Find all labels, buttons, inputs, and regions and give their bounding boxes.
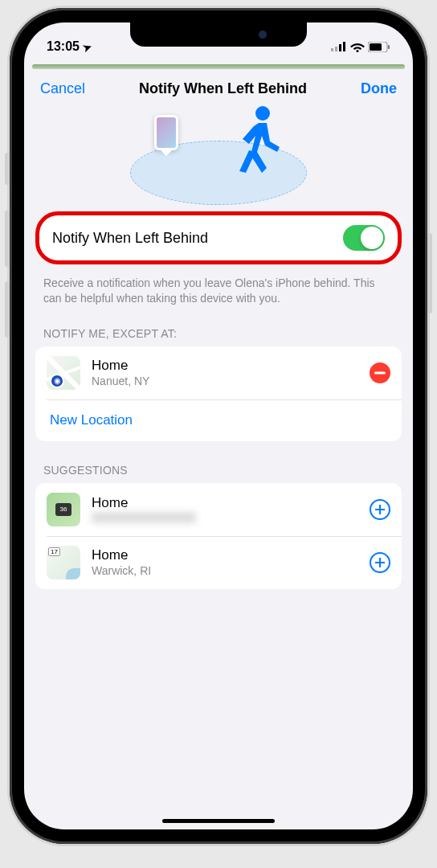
except-list: ◉ Home Nanuet, NY New Location [35, 346, 402, 441]
status-left: 13:05 ➤ [47, 39, 92, 54]
person-walking-icon [235, 105, 283, 178]
location-subtitle-redacted [92, 512, 196, 523]
svg-rect-0 [331, 48, 333, 51]
power-button [427, 233, 432, 313]
notify-toggle-row: Notify When Left Behind [35, 211, 402, 264]
phone-frame: 13:05 ➤ [10, 8, 427, 844]
suggestion-row[interactable]: 36 Home [35, 483, 402, 536]
notify-toggle[interactable] [343, 225, 385, 251]
notch [130, 23, 307, 47]
svg-rect-1 [335, 47, 337, 51]
cellular-icon [331, 42, 347, 51]
svg-point-4 [357, 50, 359, 52]
route-badge-icon: 36 [55, 503, 71, 516]
map-thumbnail-icon: ◉ [47, 356, 80, 390]
svg-rect-2 [339, 44, 341, 51]
cancel-button[interactable]: Cancel [40, 80, 85, 97]
suggestion-row[interactable]: 17 Home Warwick, RI [35, 536, 402, 589]
device-icon [154, 115, 178, 150]
side-button [5, 153, 10, 185]
screen: 13:05 ➤ [24, 23, 413, 829]
except-location-row[interactable]: ◉ Home Nanuet, NY [35, 346, 402, 399]
location-marker-icon: ◉ [50, 374, 64, 388]
helper-text: Receive a notification when you leave Ol… [24, 271, 413, 319]
illustration [24, 107, 413, 203]
svg-point-8 [255, 106, 270, 121]
done-button[interactable]: Done [361, 80, 397, 97]
volume-down-button [5, 281, 10, 338]
volume-up-button [5, 211, 10, 267]
location-title: Home [92, 495, 358, 511]
nav-title: Notify When Left Behind [139, 80, 307, 97]
location-subtitle: Warwick, RI [92, 564, 358, 577]
route-badge-icon: 17 [48, 547, 60, 556]
suggestions-section-header: SUGGESTIONS [24, 456, 413, 483]
status-time: 13:05 [47, 39, 80, 54]
add-location-button[interactable] [370, 499, 390, 520]
new-location-button[interactable]: New Location [35, 399, 402, 441]
status-right [331, 42, 390, 52]
battery-icon [368, 42, 390, 52]
add-location-button[interactable] [370, 552, 390, 573]
suggestions-list: 36 Home 17 Home Warwick, RI [35, 483, 402, 589]
remove-location-button[interactable] [370, 362, 390, 383]
map-thumbnail-icon: 36 [47, 493, 80, 526]
location-subtitle: Nanuet, NY [92, 375, 358, 387]
home-indicator[interactable] [162, 819, 275, 823]
nav-bar: Cancel Notify When Left Behind Done [24, 69, 413, 107]
map-thumbnail-icon: 17 [47, 546, 80, 579]
svg-rect-7 [370, 43, 382, 51]
location-icon: ➤ [81, 39, 93, 54]
except-section-header: NOTIFY ME, EXCEPT AT: [24, 319, 413, 346]
svg-rect-3 [343, 42, 345, 51]
location-title: Home [92, 547, 358, 563]
notify-toggle-label: Notify When Left Behind [52, 230, 208, 247]
location-title: Home [92, 358, 358, 374]
wifi-icon [350, 42, 365, 52]
svg-rect-6 [388, 45, 390, 49]
